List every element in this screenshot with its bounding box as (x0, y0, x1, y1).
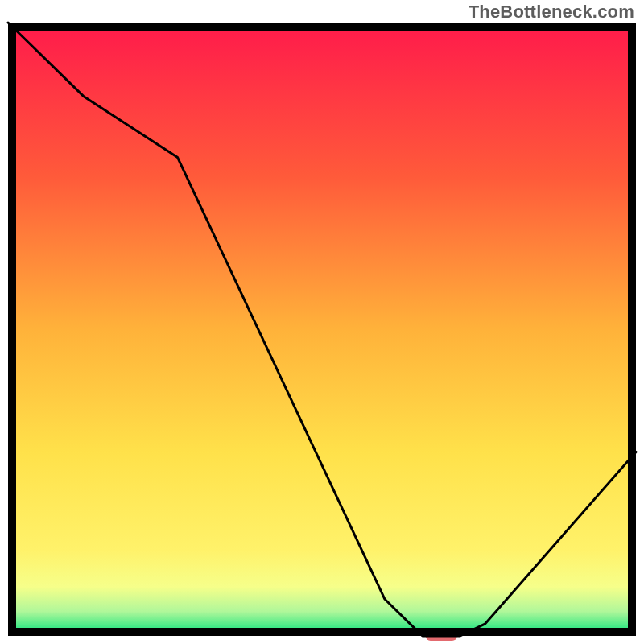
watermark-label: TheBottleneck.com (469, 2, 634, 23)
chart-canvas (0, 0, 644, 644)
bottleneck-chart: TheBottleneck.com (0, 0, 644, 644)
plot-background (8, 23, 636, 636)
